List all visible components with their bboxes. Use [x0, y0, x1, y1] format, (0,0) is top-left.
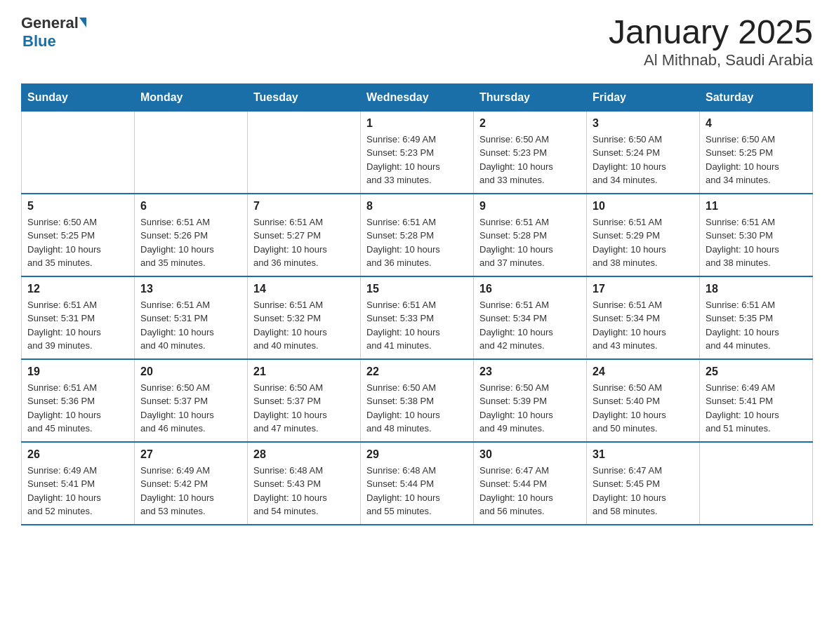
calendar-cell: 12Sunrise: 6:51 AM Sunset: 5:31 PM Dayli… — [22, 276, 135, 359]
day-number: 28 — [253, 448, 355, 461]
calendar-cell: 18Sunrise: 6:51 AM Sunset: 5:35 PM Dayli… — [700, 276, 813, 359]
calendar-cell: 19Sunrise: 6:51 AM Sunset: 5:36 PM Dayli… — [22, 359, 135, 442]
day-info: Sunrise: 6:51 AM Sunset: 5:31 PM Dayligh… — [140, 298, 241, 353]
day-info: Sunrise: 6:51 AM Sunset: 5:27 PM Dayligh… — [253, 215, 355, 270]
calendar-day-header: Thursday — [474, 83, 587, 111]
calendar-cell — [248, 111, 361, 194]
day-info: Sunrise: 6:47 AM Sunset: 5:44 PM Dayligh… — [479, 464, 581, 518]
calendar-cell: 15Sunrise: 6:51 AM Sunset: 5:33 PM Dayli… — [361, 276, 474, 359]
day-info: Sunrise: 6:51 AM Sunset: 5:34 PM Dayligh… — [593, 298, 694, 353]
day-number: 23 — [479, 365, 581, 378]
day-number: 18 — [706, 283, 807, 295]
calendar-week-row: 26Sunrise: 6:49 AM Sunset: 5:41 PM Dayli… — [22, 442, 813, 525]
day-info: Sunrise: 6:51 AM Sunset: 5:35 PM Dayligh… — [706, 298, 807, 353]
day-number: 7 — [253, 200, 355, 213]
day-number: 19 — [27, 365, 128, 378]
day-info: Sunrise: 6:51 AM Sunset: 5:29 PM Dayligh… — [593, 215, 694, 270]
calendar-week-row: 12Sunrise: 6:51 AM Sunset: 5:31 PM Dayli… — [22, 276, 813, 359]
calendar-subtitle: Al Mithnab, Saudi Arabia — [609, 51, 813, 69]
calendar-header: SundayMondayTuesdayWednesdayThursdayFrid… — [22, 83, 813, 111]
day-info: Sunrise: 6:50 AM Sunset: 5:25 PM Dayligh… — [706, 133, 807, 187]
day-number: 22 — [366, 365, 468, 378]
day-info: Sunrise: 6:50 AM Sunset: 5:23 PM Dayligh… — [479, 133, 581, 187]
calendar-cell: 3Sunrise: 6:50 AM Sunset: 5:24 PM Daylig… — [587, 111, 700, 194]
calendar-day-header: Saturday — [700, 83, 813, 111]
day-number: 17 — [593, 283, 694, 295]
day-number: 26 — [27, 448, 128, 461]
calendar-cell: 10Sunrise: 6:51 AM Sunset: 5:29 PM Dayli… — [587, 194, 700, 276]
calendar-day-header: Sunday — [22, 83, 135, 111]
calendar-cell: 22Sunrise: 6:50 AM Sunset: 5:38 PM Dayli… — [361, 359, 474, 442]
calendar-cell: 20Sunrise: 6:50 AM Sunset: 5:37 PM Dayli… — [135, 359, 248, 442]
day-number: 21 — [253, 365, 355, 378]
day-number: 10 — [593, 200, 694, 213]
calendar-cell: 1Sunrise: 6:49 AM Sunset: 5:23 PM Daylig… — [361, 111, 474, 194]
calendar-cell: 27Sunrise: 6:49 AM Sunset: 5:42 PM Dayli… — [135, 442, 248, 525]
day-info: Sunrise: 6:50 AM Sunset: 5:25 PM Dayligh… — [27, 215, 128, 270]
day-info: Sunrise: 6:49 AM Sunset: 5:42 PM Dayligh… — [140, 464, 241, 518]
calendar-cell: 29Sunrise: 6:48 AM Sunset: 5:44 PM Dayli… — [361, 442, 474, 525]
calendar-week-row: 19Sunrise: 6:51 AM Sunset: 5:36 PM Dayli… — [22, 359, 813, 442]
calendar-day-header: Tuesday — [248, 83, 361, 111]
calendar-cell: 31Sunrise: 6:47 AM Sunset: 5:45 PM Dayli… — [587, 442, 700, 525]
day-info: Sunrise: 6:51 AM Sunset: 5:36 PM Dayligh… — [27, 381, 128, 436]
calendar-cell: 11Sunrise: 6:51 AM Sunset: 5:30 PM Dayli… — [700, 194, 813, 276]
calendar-week-row: 1Sunrise: 6:49 AM Sunset: 5:23 PM Daylig… — [22, 111, 813, 194]
day-number: 24 — [593, 365, 694, 378]
day-number: 1 — [366, 117, 468, 130]
calendar-cell: 28Sunrise: 6:48 AM Sunset: 5:43 PM Dayli… — [248, 442, 361, 525]
day-info: Sunrise: 6:50 AM Sunset: 5:40 PM Dayligh… — [593, 381, 694, 436]
day-info: Sunrise: 6:51 AM Sunset: 5:28 PM Dayligh… — [479, 215, 581, 270]
calendar-cell: 9Sunrise: 6:51 AM Sunset: 5:28 PM Daylig… — [474, 194, 587, 276]
day-number: 12 — [27, 283, 128, 295]
calendar-cell: 4Sunrise: 6:50 AM Sunset: 5:25 PM Daylig… — [700, 111, 813, 194]
day-info: Sunrise: 6:47 AM Sunset: 5:45 PM Dayligh… — [593, 464, 694, 518]
day-info: Sunrise: 6:49 AM Sunset: 5:41 PM Dayligh… — [27, 464, 128, 518]
day-info: Sunrise: 6:51 AM Sunset: 5:31 PM Dayligh… — [27, 298, 128, 353]
calendar-day-header: Monday — [135, 83, 248, 111]
calendar-cell: 8Sunrise: 6:51 AM Sunset: 5:28 PM Daylig… — [361, 194, 474, 276]
day-number: 27 — [140, 448, 241, 461]
calendar-cell — [135, 111, 248, 194]
calendar-cell: 23Sunrise: 6:50 AM Sunset: 5:39 PM Dayli… — [474, 359, 587, 442]
page-header: General Blue January 2025 Al Mithnab, Sa… — [21, 14, 813, 69]
calendar-cell: 13Sunrise: 6:51 AM Sunset: 5:31 PM Dayli… — [135, 276, 248, 359]
calendar-cell — [22, 111, 135, 194]
day-number: 5 — [27, 200, 128, 213]
day-number: 25 — [706, 365, 807, 378]
day-number: 9 — [479, 200, 581, 213]
calendar-cell: 21Sunrise: 6:50 AM Sunset: 5:37 PM Dayli… — [248, 359, 361, 442]
day-info: Sunrise: 6:50 AM Sunset: 5:39 PM Dayligh… — [479, 381, 581, 436]
day-number: 30 — [479, 448, 581, 461]
calendar-cell: 7Sunrise: 6:51 AM Sunset: 5:27 PM Daylig… — [248, 194, 361, 276]
day-number: 13 — [140, 283, 241, 295]
day-number: 14 — [253, 283, 355, 295]
day-info: Sunrise: 6:51 AM Sunset: 5:26 PM Dayligh… — [140, 215, 241, 270]
day-info: Sunrise: 6:50 AM Sunset: 5:38 PM Dayligh… — [366, 381, 468, 436]
day-info: Sunrise: 6:51 AM Sunset: 5:30 PM Dayligh… — [706, 215, 807, 270]
calendar-day-header: Wednesday — [361, 83, 474, 111]
day-info: Sunrise: 6:49 AM Sunset: 5:23 PM Dayligh… — [366, 133, 468, 187]
day-info: Sunrise: 6:51 AM Sunset: 5:32 PM Dayligh… — [253, 298, 355, 353]
calendar-cell: 14Sunrise: 6:51 AM Sunset: 5:32 PM Dayli… — [248, 276, 361, 359]
day-info: Sunrise: 6:51 AM Sunset: 5:34 PM Dayligh… — [479, 298, 581, 353]
calendar-day-header: Friday — [587, 83, 700, 111]
day-number: 3 — [593, 117, 694, 130]
calendar-cell: 30Sunrise: 6:47 AM Sunset: 5:44 PM Dayli… — [474, 442, 587, 525]
calendar-cell: 24Sunrise: 6:50 AM Sunset: 5:40 PM Dayli… — [587, 359, 700, 442]
day-info: Sunrise: 6:49 AM Sunset: 5:41 PM Dayligh… — [706, 381, 807, 436]
title-block: January 2025 Al Mithnab, Saudi Arabia — [609, 14, 813, 69]
day-number: 31 — [593, 448, 694, 461]
day-info: Sunrise: 6:50 AM Sunset: 5:37 PM Dayligh… — [253, 381, 355, 436]
day-number: 4 — [706, 117, 807, 130]
calendar-week-row: 5Sunrise: 6:50 AM Sunset: 5:25 PM Daylig… — [22, 194, 813, 276]
day-number: 11 — [706, 200, 807, 213]
logo-triangle-icon — [79, 18, 86, 27]
logo-blue-text: Blue — [22, 32, 56, 51]
day-number: 2 — [479, 117, 581, 130]
calendar-cell: 17Sunrise: 6:51 AM Sunset: 5:34 PM Dayli… — [587, 276, 700, 359]
calendar-cell: 25Sunrise: 6:49 AM Sunset: 5:41 PM Dayli… — [700, 359, 813, 442]
day-number: 20 — [140, 365, 241, 378]
logo-general-text: General — [21, 14, 79, 32]
day-info: Sunrise: 6:48 AM Sunset: 5:43 PM Dayligh… — [253, 464, 355, 518]
